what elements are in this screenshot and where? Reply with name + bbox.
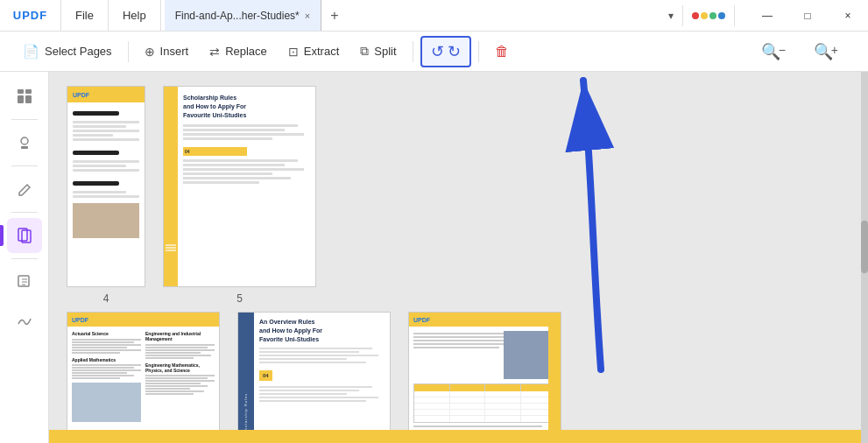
td10 bbox=[450, 404, 486, 410]
file-menu[interactable]: File bbox=[61, 0, 109, 31]
p7-r10 bbox=[145, 383, 201, 384]
rotate-pages-group[interactable]: ↺ ↻ bbox=[420, 36, 471, 67]
replace-label: Replace bbox=[225, 45, 267, 58]
zoom-in-icon: 🔍 bbox=[814, 42, 833, 61]
p7-img bbox=[72, 383, 141, 422]
scrollbar-thumb[interactable] bbox=[861, 221, 868, 273]
close-button[interactable]: × bbox=[828, 0, 868, 31]
p7-l11 bbox=[72, 375, 134, 376]
zoom-out-icon: 🔍 bbox=[761, 42, 780, 61]
sidebar-signature-icon[interactable] bbox=[7, 303, 42, 338]
pages-svg bbox=[16, 227, 33, 244]
page-row-2: UPDF Actuarial Science Applied Mathemati… bbox=[49, 305, 868, 443]
sidebar-pages-icon[interactable] bbox=[7, 218, 42, 253]
td15 bbox=[485, 410, 521, 416]
p8-l8 bbox=[259, 393, 347, 395]
s3 bbox=[166, 250, 176, 251]
p8-l4 bbox=[259, 358, 347, 360]
page-group-8: Scholarship Rules An Overview Rulesand H… bbox=[237, 312, 391, 443]
updf-icon-area bbox=[692, 12, 725, 19]
page-9-header: UPDF bbox=[409, 313, 561, 327]
page-thumb-8[interactable]: Scholarship Rules An Overview Rulesand H… bbox=[237, 312, 391, 443]
p5-col1: 04 bbox=[183, 147, 247, 156]
zoom-in-button[interactable]: 🔍 + bbox=[805, 37, 854, 67]
p7-r1 bbox=[145, 344, 215, 346]
page-group-7: UPDF Actuarial Science Applied Mathemati… bbox=[67, 312, 220, 443]
p8-l2 bbox=[259, 351, 359, 353]
line5 bbox=[73, 138, 139, 141]
rotate-cw-icon[interactable]: ↻ bbox=[448, 42, 461, 61]
select-pages-button[interactable]: 📄 Select Pages bbox=[14, 39, 121, 65]
tab-overflow-area: ▾ bbox=[668, 5, 747, 26]
page-thumb-9[interactable]: UPDF bbox=[408, 312, 561, 443]
p7-head2: Applied Mathematics bbox=[72, 357, 141, 362]
p5-line2 bbox=[183, 129, 285, 131]
sidebar-divider-2 bbox=[11, 165, 38, 166]
svg-rect-3 bbox=[25, 95, 32, 103]
p9-row2 bbox=[414, 397, 555, 404]
p7-l3 bbox=[72, 344, 141, 346]
p5-l8 bbox=[183, 172, 272, 175]
insert-icon: ⊕ bbox=[145, 45, 155, 59]
new-tab-button[interactable]: + bbox=[321, 8, 347, 24]
minus-sign: − bbox=[779, 43, 786, 57]
active-tab[interactable]: Find-and-Ap...her-Studies* × bbox=[165, 0, 322, 31]
split-button[interactable]: ⧉ Split bbox=[351, 39, 405, 64]
p8-l7 bbox=[259, 390, 359, 391]
tab-overflow-btn[interactable]: ▾ bbox=[668, 10, 674, 22]
menu-bar: File Help bbox=[61, 0, 161, 31]
sidebar-stamp-icon[interactable] bbox=[7, 125, 42, 160]
p5-line4 bbox=[183, 137, 272, 140]
page-num-5: 5 bbox=[236, 292, 243, 305]
tab-close-button[interactable]: × bbox=[305, 11, 310, 21]
maximize-button[interactable]: □ bbox=[787, 0, 828, 31]
td7 bbox=[485, 397, 521, 404]
app-logo: UPDF bbox=[0, 0, 61, 31]
p9-table bbox=[413, 383, 556, 423]
line2 bbox=[73, 125, 126, 128]
sidebar-thumbnail-icon[interactable] bbox=[7, 79, 42, 114]
p7-l7 bbox=[72, 364, 141, 366]
svg-rect-2 bbox=[18, 95, 24, 103]
td19 bbox=[485, 416, 521, 422]
page-4-header: UPDF bbox=[67, 87, 145, 102]
insert-button[interactable]: ⊕ Insert bbox=[136, 39, 198, 64]
p9-table-header bbox=[414, 384, 555, 391]
strip-lines bbox=[166, 244, 176, 251]
p5-line3 bbox=[183, 133, 304, 136]
window-controls: — □ × bbox=[747, 0, 868, 31]
main-content: UPDF bbox=[49, 72, 868, 443]
sidebar-copy-icon[interactable] bbox=[7, 264, 42, 299]
p5-l9 bbox=[183, 177, 291, 179]
page-thumb-4[interactable]: UPDF bbox=[67, 86, 145, 287]
minimize-button[interactable]: — bbox=[747, 0, 787, 31]
toolbar: 📄 Select Pages ⊕ Insert ⇄ Replace ⊡ Extr… bbox=[0, 32, 868, 72]
p7-col1: Actuarial Science Applied Mathematics bbox=[72, 331, 141, 422]
p5-l10 bbox=[183, 181, 259, 184]
delete-button[interactable]: 🗑 bbox=[486, 39, 518, 65]
line4 bbox=[73, 134, 113, 137]
rotate-ccw-icon[interactable]: ↺ bbox=[431, 42, 444, 61]
extract-button[interactable]: ⊡ Extract bbox=[279, 39, 348, 64]
p7-l10 bbox=[72, 372, 127, 374]
p8-strip: Scholarship Rules bbox=[238, 313, 254, 443]
replace-button[interactable]: ⇄ Replace bbox=[201, 39, 276, 64]
p7-l12 bbox=[72, 377, 120, 379]
p7-l4 bbox=[72, 347, 127, 348]
page-5-main-title: Scholarship Rulesand How to Apply ForFav… bbox=[183, 94, 310, 119]
th3 bbox=[485, 384, 521, 391]
sidebar-edit-icon[interactable] bbox=[7, 172, 42, 207]
th2 bbox=[450, 384, 486, 391]
p7-r7 bbox=[145, 375, 215, 376]
p7-r14 bbox=[145, 393, 194, 395]
scrollbar[interactable] bbox=[861, 72, 868, 443]
help-menu[interactable]: Help bbox=[109, 0, 161, 31]
page-thumb-7[interactable]: UPDF Actuarial Science Applied Mathemati… bbox=[67, 312, 220, 443]
page-5-strip bbox=[164, 87, 178, 286]
zoom-out-button[interactable]: 🔍 − bbox=[752, 37, 801, 67]
p7-r11 bbox=[145, 385, 208, 387]
page-7-header: UPDF bbox=[67, 313, 219, 327]
edit-svg bbox=[16, 180, 33, 198]
logo-text: UPDF bbox=[13, 9, 47, 22]
page-thumb-5[interactable]: Scholarship Rulesand How to Apply ForFav… bbox=[163, 86, 316, 287]
